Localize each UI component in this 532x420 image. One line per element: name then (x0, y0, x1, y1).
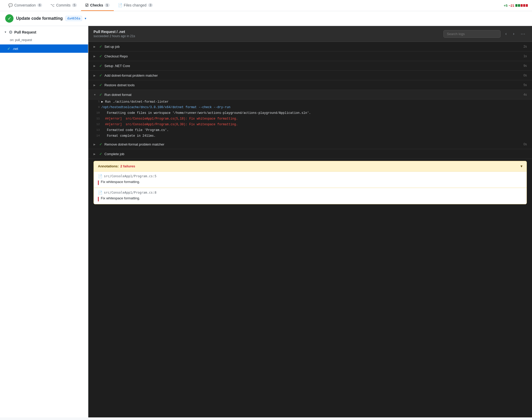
step-time: 2s (523, 45, 527, 48)
log-line-9: 9 /opt/hostedtoolcache/dncs/3.0.100/x64/… (88, 105, 532, 111)
tab-files-changed[interactable]: 📄 Files changed 3 (114, 0, 157, 11)
step-label: Checkout Repo (104, 54, 521, 58)
log-line-11: 11 ##[error] src/ConsoleApp1/Program.cs(… (88, 117, 532, 122)
log-text: ##[error] src/ConsoleApp1/Program.cs(8,3… (101, 123, 238, 126)
step-remove-matcher[interactable]: ▶ ✓ Remove dotnet-format problem matcher… (88, 140, 532, 149)
log-text: ▶ Run ./actions/dotnet-format-linter (101, 100, 169, 104)
step-check-icon: ✓ (99, 73, 102, 77)
content-breadcrumb: Pull Request / .net (94, 30, 440, 34)
commit-dropdown[interactable]: ▾ (85, 17, 86, 20)
log-text: Format complete in 2411ms. (101, 134, 156, 138)
step-checkout-repo[interactable]: ▶ ✓ Checkout Repo 1s (88, 51, 532, 61)
commit-hash[interactable]: da4656a (65, 16, 82, 21)
log-line-12: 12 ##[error] src/ConsoleApp1/Program.cs(… (88, 122, 532, 128)
log-text: Formatting code files in workspace '/hom… (101, 111, 311, 115)
commit-bar: ✓ Update code formatting da4656a ▾ (0, 11, 532, 26)
annotation-file-1: 📄 src/ConsoleApp1/Program.cs:5 (98, 174, 522, 178)
sidebar: ▼ ⊙ Pull Request on: pull_request ✓ .net (0, 26, 88, 417)
annotations-label: Annotations: (98, 164, 119, 168)
step-chevron-icon: ▶ (94, 64, 97, 67)
log-text: Formatted code file 'Program.cs'. (101, 128, 169, 132)
log-line-1: 1 ▶ Run ./actions/dotnet-format-linter (88, 100, 532, 105)
log-line-10: 10 Formatting code files in workspace '/… (88, 111, 532, 117)
step-chevron-icon: ▶ (94, 153, 97, 155)
log-num: 1 (94, 100, 100, 103)
annotations-chevron-icon: ▾ (521, 164, 522, 168)
more-options-button[interactable]: ⋯ (519, 30, 527, 38)
annotations-count: 2 failures (120, 164, 135, 168)
annotation-file-path-1: src/ConsoleApp1/Program.cs:5 (104, 174, 156, 178)
step-label: Restore dotnet tools (104, 83, 521, 87)
log-text: ##[error] src/ConsoleApp1/Program.cs(5,1… (101, 117, 238, 121)
log-num: 13 (94, 128, 100, 132)
diff-remove: −21 (509, 4, 514, 8)
diff-add: +5 (504, 4, 508, 8)
step-restore-tools[interactable]: ▶ ✓ Restore dotnet tools 5s (88, 80, 532, 90)
log-text: /opt/hostedtoolcache/dncs/3.0.100/x64/do… (101, 106, 230, 109)
search-input[interactable] (443, 30, 501, 38)
log-num: 12 (94, 123, 100, 126)
step-setup-net-core[interactable]: ▶ ✓ Setup .NET Core 9s (88, 61, 532, 71)
log-num: 14 (94, 134, 100, 137)
tab-commits[interactable]: ⌥ Commits 5 (46, 0, 81, 11)
annotation-file-2: 📄 src/ConsoleApp1/Program.cs:8 (98, 191, 522, 195)
diff-bar-3 (521, 4, 523, 7)
top-nav: 💬 Conversation 6 ⌥ Commits 5 ☑ Checks 1 … (0, 0, 532, 11)
file-icon: 📄 (98, 191, 102, 195)
step-time: 0s (523, 74, 527, 77)
annotation-error-bar (98, 180, 99, 185)
sidebar-item-net[interactable]: ✓ .net (0, 44, 88, 53)
sidebar-workflow-header[interactable]: ▼ ⊙ Pull Request (0, 26, 88, 38)
step-check-icon: ✓ (99, 83, 102, 87)
log-num: 11 (94, 117, 100, 120)
step-check-icon: ✓ (99, 152, 102, 156)
step-check-icon: ✓ (99, 64, 102, 68)
tab-files-badge: 3 (148, 3, 153, 7)
step-label: Setup .NET Core (104, 64, 521, 68)
step-complete-job[interactable]: ▶ ✓ Complete job (88, 149, 532, 159)
commits-icon: ⌥ (50, 3, 55, 7)
step-add-matcher[interactable]: ▶ ✓ Add dotnet-format problem matcher 0s (88, 71, 532, 80)
tab-commits-label: Commits (56, 3, 70, 7)
nav-next-button[interactable]: › (511, 30, 516, 37)
step-time: 9s (523, 64, 527, 68)
diff-bar-2 (518, 4, 520, 7)
checks-icon: ☑ (85, 3, 89, 7)
step-chevron-icon: ▶ (94, 55, 97, 58)
annotations-header[interactable]: Annotations: 2 failures ▾ (94, 161, 527, 171)
tab-conversation[interactable]: 💬 Conversation 6 (4, 0, 46, 11)
step-time: 0s (523, 142, 527, 146)
step-check-icon: ✓ (99, 93, 102, 97)
sidebar-item-net-label: .net (12, 47, 18, 51)
step-time: 4s (523, 93, 527, 96)
log-num: 9 (94, 106, 100, 109)
content-subtitle: succeeded 2 hours ago in 21s (94, 34, 440, 38)
step-label: Set up job (104, 45, 521, 49)
tab-checks[interactable]: ☑ Checks 1 (81, 0, 114, 11)
annotation-file-path-2: src/ConsoleApp1/Program.cs:8 (104, 191, 156, 194)
file-icon: 📄 (98, 174, 102, 178)
diff-bars (515, 4, 528, 7)
annotation-item-1: 📄 src/ConsoleApp1/Program.cs:5 Fix white… (94, 171, 527, 188)
content-panel: Pull Request / .net succeeded 2 hours ag… (88, 26, 532, 417)
sidebar-check-icon: ✓ (7, 47, 10, 51)
nav-prev-button[interactable]: ‹ (504, 30, 508, 37)
step-chevron-icon: ▶ (94, 45, 97, 48)
step-time: 1s (523, 54, 527, 58)
files-icon: 📄 (118, 3, 122, 7)
log-content: 1 ▶ Run ./actions/dotnet-format-linter 9… (88, 100, 532, 140)
diff-bar-1 (515, 4, 517, 7)
annotation-message-1: Fix whitespace formatting. (101, 180, 140, 184)
step-chevron-icon: ▶ (94, 143, 97, 146)
content-header: Pull Request / .net succeeded 2 hours ag… (88, 26, 532, 42)
annotations-box: Annotations: 2 failures ▾ 📄 src/ConsoleA… (94, 161, 527, 204)
conversation-icon: 💬 (8, 3, 13, 7)
step-run-format[interactable]: ▼ ✓ Run dotnet format 4s (88, 90, 532, 100)
step-chevron-icon: ▼ (94, 93, 97, 96)
step-setup-job[interactable]: ▶ ✓ Set up job 2s (88, 42, 532, 51)
step-check-icon: ✓ (99, 44, 102, 49)
diff-bar-5 (526, 4, 528, 7)
step-label: Run dotnet format (104, 93, 521, 97)
annotation-error-1: Fix whitespace formatting. (98, 180, 522, 185)
sidebar-workflow-label: Pull Request (14, 30, 36, 34)
